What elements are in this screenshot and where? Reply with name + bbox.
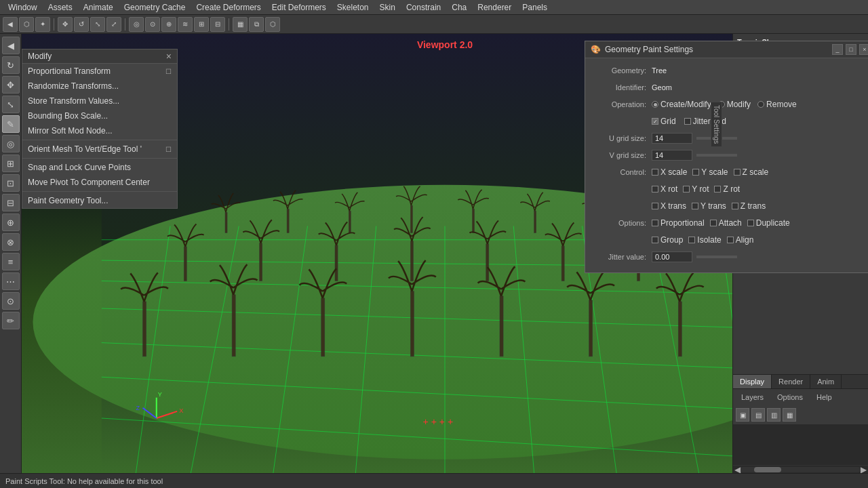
tab-render[interactable]: Render bbox=[772, 375, 810, 388]
tool-paint[interactable]: ✎ bbox=[2, 115, 20, 133]
tool-cluster[interactable]: ⊡ bbox=[2, 174, 20, 192]
dialog-maximize[interactable]: □ bbox=[846, 44, 856, 55]
toolbar-soft-btn[interactable]: ◎ bbox=[129, 17, 144, 32]
operation-remove[interactable]: Remove bbox=[757, 100, 797, 109]
operation-modify[interactable]: Modify bbox=[718, 100, 751, 109]
toolbar-share-btn[interactable]: ⬡ bbox=[265, 17, 280, 32]
v-grid-input[interactable] bbox=[652, 150, 692, 161]
tool-sculpt-geom[interactable]: ⊙ bbox=[2, 292, 20, 310]
tool-rotate-view[interactable]: ↻ bbox=[2, 56, 20, 74]
dialog-title-bar: 🎨 Geometry Paint Settings _ □ × bbox=[585, 41, 868, 58]
toolbar-quad-btn[interactable]: ▦ bbox=[233, 17, 248, 32]
toolbar-move-btn[interactable]: ✥ bbox=[58, 17, 73, 32]
toolbar-redirect-btn[interactable]: ⊕ bbox=[161, 17, 176, 32]
toolbar-sculpt-btn[interactable]: ⊙ bbox=[145, 17, 160, 32]
ctrl-xscale[interactable]: X scale bbox=[652, 167, 687, 177]
panel-icon-2[interactable]: ▤ bbox=[751, 408, 765, 422]
menu-renderer[interactable]: Renderer bbox=[472, 1, 517, 14]
jitter-slider[interactable] bbox=[696, 256, 737, 258]
toolbar-lasso-btn[interactable]: ⬡ bbox=[19, 17, 34, 32]
ctrl-xtrans[interactable]: X trans bbox=[652, 201, 686, 211]
tool-move[interactable]: ✥ bbox=[2, 76, 20, 94]
ctrl-ytrans[interactable]: Y trans bbox=[692, 201, 726, 211]
sub-tab-options[interactable]: Options bbox=[772, 392, 808, 403]
operation-create-modify[interactable]: Create/Modify bbox=[652, 100, 711, 109]
toolbar-select-btn[interactable]: ◀ bbox=[3, 17, 18, 32]
u-grid-row: U grid size: bbox=[591, 131, 868, 145]
ctrl-ztrans-box bbox=[732, 203, 738, 209]
opt-isolate[interactable]: Isolate bbox=[688, 235, 721, 245]
toolbar-rotate-btn[interactable]: ↺ bbox=[74, 17, 89, 32]
tool-blend[interactable]: ≡ bbox=[2, 253, 20, 270]
hscroll-left-arrow[interactable]: ◀ bbox=[734, 465, 741, 474]
panel-hscroll[interactable]: ◀ ▶ bbox=[733, 465, 868, 473]
jitter-input[interactable] bbox=[652, 251, 692, 262]
grid-checkbox[interactable]: ✓ Grid bbox=[652, 117, 676, 126]
toolbar-copy-btn[interactable]: ⧉ bbox=[249, 17, 264, 32]
modify-item-move-pivot[interactable]: Move Pivot To Component Center bbox=[22, 175, 177, 190]
control-row: Control: X scale Y scale Z scale bbox=[591, 165, 868, 179]
modify-item-mirror-soft[interactable]: Mirror Soft Mod Node... bbox=[22, 123, 177, 138]
tab-display[interactable]: Display bbox=[733, 375, 772, 388]
tool-soft-mod[interactable]: ◎ bbox=[2, 135, 20, 152]
modify-item-proportional-transform[interactable]: Proportional Transform ☐ bbox=[22, 64, 177, 79]
tab-anim[interactable]: Anim bbox=[810, 375, 842, 388]
u-grid-input[interactable] bbox=[652, 133, 692, 144]
tool-paint-geom[interactable]: ✏ bbox=[2, 312, 20, 329]
tool-select[interactable]: ◀ bbox=[2, 37, 20, 54]
toolbar-relax-btn[interactable]: ⊞ bbox=[194, 17, 209, 32]
modify-item-randomize[interactable]: Randomize Transforms... bbox=[22, 79, 177, 94]
tool-jiggle[interactable]: ⊟ bbox=[2, 194, 20, 211]
ctrl-yscale[interactable]: Y scale bbox=[692, 167, 728, 177]
sub-tab-help[interactable]: Help bbox=[811, 392, 837, 403]
sub-tab-layers[interactable]: Layers bbox=[736, 392, 769, 403]
tool-pose[interactable]: ⋯ bbox=[2, 272, 20, 290]
modify-item-orient-mesh[interactable]: Orient Mesh To Vert/Edge Tool ' ☐ bbox=[22, 142, 177, 157]
toolbar-grab-btn[interactable]: ⊟ bbox=[210, 17, 225, 32]
modify-item-paint-geometry[interactable]: Paint Geometry Tool... bbox=[22, 193, 177, 208]
opt-attach[interactable]: Attach bbox=[710, 218, 742, 228]
toolbar-scale-btn[interactable]: ⤡ bbox=[90, 17, 105, 32]
opt-group[interactable]: Group bbox=[652, 235, 683, 245]
opt-proportional[interactable]: Proportional bbox=[652, 218, 705, 228]
menu-animate[interactable]: Animate bbox=[78, 1, 119, 14]
modify-menu-close[interactable]: × bbox=[166, 52, 172, 61]
modify-item-store-transform[interactable]: Store Transform Values... bbox=[22, 94, 177, 108]
menu-create-deformers[interactable]: Create Deformers bbox=[191, 1, 266, 14]
panel-icon-1[interactable]: ▣ bbox=[736, 408, 749, 422]
opt-duplicate[interactable]: Duplicate bbox=[747, 218, 790, 228]
hscroll-right-arrow[interactable]: ▶ bbox=[861, 465, 867, 474]
toolbar-paint-btn[interactable]: ✦ bbox=[35, 17, 50, 32]
control-checkboxes: X scale Y scale Z scale bbox=[652, 167, 768, 177]
menu-panels[interactable]: Panels bbox=[517, 1, 553, 14]
tool-scale[interactable]: ⤡ bbox=[2, 96, 20, 113]
modify-item-snap-lock[interactable]: Snap and Lock Curve Points bbox=[22, 160, 177, 175]
panel-icon-3[interactable]: ▥ bbox=[767, 408, 781, 422]
tool-wrinkle[interactable]: ⊗ bbox=[2, 233, 20, 251]
menu-skeleton[interactable]: Skeleton bbox=[332, 1, 374, 14]
menu-cha[interactable]: Cha bbox=[446, 1, 472, 14]
tool-lattice[interactable]: ⊞ bbox=[2, 155, 20, 172]
dialog-close[interactable]: × bbox=[859, 44, 868, 55]
menu-geometry-cache[interactable]: Geometry Cache bbox=[119, 1, 191, 14]
ctrl-yrot[interactable]: Y rot bbox=[683, 184, 709, 194]
ctrl-xrot[interactable]: X rot bbox=[652, 184, 677, 194]
panel-icon-4[interactable]: ▦ bbox=[783, 408, 796, 422]
dialog-minimize[interactable]: _ bbox=[832, 44, 843, 55]
menu-assets[interactable]: Assets bbox=[43, 1, 78, 14]
menu-skin[interactable]: Skin bbox=[374, 1, 401, 14]
modify-item-bounding-box[interactable]: Bounding Box Scale... bbox=[22, 108, 177, 123]
operation-radio-group: Create/Modify Modify Remove bbox=[652, 100, 797, 109]
toolbar-smear-btn[interactable]: ≋ bbox=[178, 17, 193, 32]
opt-align[interactable]: Align bbox=[727, 235, 754, 245]
menu-edit-deformers[interactable]: Edit Deformers bbox=[267, 1, 332, 14]
tool-wire[interactable]: ⊕ bbox=[2, 214, 20, 231]
toolbar-transform-btn[interactable]: ⤢ bbox=[106, 17, 121, 32]
ctrl-zscale[interactable]: Z scale bbox=[734, 167, 769, 177]
ctrl-zrot[interactable]: Z rot bbox=[714, 184, 740, 194]
v-grid-slider[interactable] bbox=[696, 154, 737, 157]
menu-constrain[interactable]: Constrain bbox=[401, 1, 446, 14]
ctrl-ztrans[interactable]: Z trans bbox=[732, 201, 766, 211]
menu-window[interactable]: Window bbox=[3, 1, 43, 14]
hscroll-thumb[interactable] bbox=[754, 467, 781, 472]
